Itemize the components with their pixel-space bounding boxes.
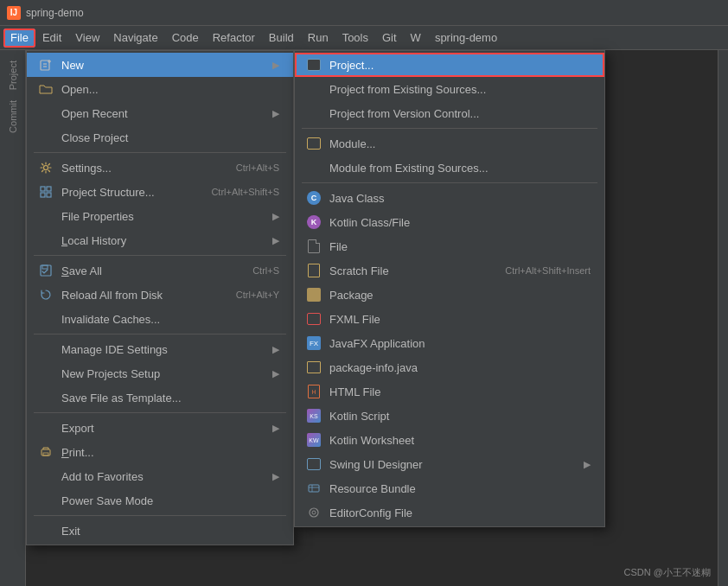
add-favorites-icon xyxy=(37,468,54,485)
new-icon xyxy=(37,56,54,73)
local-history-arrow: ▶ xyxy=(272,235,279,246)
title-text: spring-demo xyxy=(26,7,84,19)
new-projects-setup-arrow: ▶ xyxy=(272,368,279,379)
new-menu-module-existing[interactable]: Module from Existing Sources... xyxy=(295,156,604,180)
javafx-icon: FX xyxy=(305,334,322,352)
local-history-icon xyxy=(37,232,54,249)
file-menu-new-projects-setup-label: New Projects Setup xyxy=(61,367,265,380)
module-existing-icon xyxy=(305,159,322,176)
file-menu-project-structure[interactable]: Project Structure... Ctrl+Alt+Shift+S xyxy=(27,180,293,204)
file-menu-invalidate-caches[interactable]: Invalidate Caches... xyxy=(27,307,293,331)
project-structure-shortcut: Ctrl+Alt+Shift+S xyxy=(211,187,279,197)
menu-edit[interactable]: Edit xyxy=(35,29,68,48)
editorconfig-icon xyxy=(305,504,322,521)
scratch-file-icon xyxy=(305,262,322,279)
new-menu-html[interactable]: H HTML File xyxy=(295,379,604,404)
swing-ui-icon xyxy=(305,455,322,473)
swing-ui-arrow: ▶ xyxy=(584,459,591,470)
new-menu-fxml[interactable]: FXML File xyxy=(295,307,604,331)
watermark: CSDN @小王不迷糊 xyxy=(624,566,711,579)
sidebar-project[interactable]: Project xyxy=(8,57,18,93)
menu-file[interactable]: File xyxy=(3,29,35,48)
new-menu-kotlin-worksheet[interactable]: KW Kotlin Worksheet xyxy=(295,428,604,452)
new-menu-file-label: File xyxy=(329,240,591,253)
svg-rect-14 xyxy=(309,485,319,492)
exit-icon xyxy=(37,522,54,539)
svg-rect-12 xyxy=(42,449,50,455)
file-menu-open-recent[interactable]: Open Recent ▶ xyxy=(27,101,293,125)
file-menu-open[interactable]: Open... xyxy=(27,77,293,101)
file-menu-exit[interactable]: Exit xyxy=(27,519,293,543)
menu-refactor[interactable]: Refactor xyxy=(206,29,262,48)
svg-point-18 xyxy=(312,511,316,514)
new-menu-resource-bundle[interactable]: Resource Bundle xyxy=(295,476,604,500)
file-menu-local-history[interactable]: Local History ▶ xyxy=(27,228,293,252)
open-recent-icon xyxy=(37,105,54,122)
file-menu-power-save[interactable]: Power Save Mode xyxy=(27,488,293,513)
fxml-icon xyxy=(305,310,322,328)
file-menu-reload-label: Reload All from Disk xyxy=(61,289,222,302)
new-menu-file[interactable]: File xyxy=(295,234,604,258)
new-menu-package-info[interactable]: package-info.java xyxy=(295,355,604,379)
file-dropdown-menu: New ▶ Open... Open Recent ▶ xyxy=(26,50,294,545)
kotlin-class-icon: K xyxy=(305,213,322,231)
new-menu-editorconfig[interactable]: EditorConfig File xyxy=(295,500,604,525)
svg-rect-6 xyxy=(41,187,45,191)
new-menu-kotlin-class-label: Kotlin Class/File xyxy=(329,216,591,229)
file-menu-new[interactable]: New ▶ xyxy=(27,53,293,77)
menu-git[interactable]: Git xyxy=(375,29,404,48)
new-separator-1 xyxy=(302,128,597,129)
new-menu-kotlin-script-label: Kotlin Script xyxy=(329,410,591,423)
menu-run[interactable]: Run xyxy=(301,29,335,48)
file-menu-manage-ide[interactable]: Manage IDE Settings ▶ xyxy=(27,337,293,361)
new-projects-setup-icon xyxy=(37,365,54,382)
file-menu-close-project[interactable]: Close Project xyxy=(27,125,293,150)
settings-shortcut: Ctrl+Alt+S xyxy=(236,162,279,173)
file-menu-add-favorites[interactable]: Add to Favorites ▶ xyxy=(27,464,293,488)
file-properties-icon xyxy=(37,207,54,225)
new-menu-kotlin-script[interactable]: KS Kotlin Script xyxy=(295,404,604,428)
new-menu-project-existing-label: Project from Existing Sources... xyxy=(329,83,591,96)
new-menu-project-label: Project... xyxy=(329,59,591,72)
menu-code[interactable]: Code xyxy=(165,29,206,48)
new-menu-javafx-label: JavaFX Application xyxy=(329,337,591,350)
file-menu-new-projects-setup[interactable]: New Projects Setup ▶ xyxy=(27,361,293,385)
file-menu-reload[interactable]: Reload All from Disk Ctrl+Alt+Y xyxy=(27,283,293,307)
file-menu-settings[interactable]: Settings... Ctrl+Alt+S xyxy=(27,156,293,180)
file-menu-save-template[interactable]: Save File as Template... xyxy=(27,385,293,410)
file-menu-save-all[interactable]: Save All Ctrl+S xyxy=(27,258,293,283)
file-menu-file-properties[interactable]: File Properties ▶ xyxy=(27,204,293,228)
menu-w[interactable]: W xyxy=(404,29,428,48)
new-menu-javafx[interactable]: FX JavaFX Application xyxy=(295,331,604,355)
project-existing-icon xyxy=(305,80,322,98)
new-menu-package[interactable]: Package xyxy=(295,283,604,307)
new-menu-java-class[interactable]: C Java Class xyxy=(295,186,604,210)
new-menu-project-vcs[interactable]: Project from Version Control... xyxy=(295,101,604,125)
file-menu-power-save-label: Power Save Mode xyxy=(61,494,279,507)
new-menu-module-existing-label: Module from Existing Sources... xyxy=(329,162,591,175)
file-menu-open-recent-label: Open Recent xyxy=(61,107,265,120)
new-menu-kotlin-class[interactable]: K Kotlin Class/File xyxy=(295,210,604,234)
menu-bar: File Edit View Navigate Code Refactor Bu… xyxy=(0,26,728,50)
project-vcs-icon xyxy=(305,105,322,122)
file-properties-arrow: ▶ xyxy=(272,211,279,222)
java-class-icon: C xyxy=(305,189,322,207)
file-icon xyxy=(305,238,322,255)
menu-tools[interactable]: Tools xyxy=(335,29,375,48)
new-menu-scratch-file[interactable]: Scratch File Ctrl+Alt+Shift+Insert xyxy=(295,258,604,283)
save-all-icon xyxy=(37,262,54,279)
new-menu-project-existing[interactable]: Project from Existing Sources... xyxy=(295,77,604,101)
file-menu-print[interactable]: Print... xyxy=(27,440,293,464)
file-menu-export-label: Export xyxy=(61,422,265,435)
new-menu-swing-ui[interactable]: Swing UI Designer ▶ xyxy=(295,452,604,476)
menu-view[interactable]: View xyxy=(68,29,106,48)
menu-navigate[interactable]: Navigate xyxy=(106,29,164,48)
svg-rect-11 xyxy=(42,265,48,269)
new-menu-module[interactable]: Module... xyxy=(295,131,604,156)
file-menu-export[interactable]: Export ▶ xyxy=(27,416,293,440)
menu-project-name[interactable]: spring-demo xyxy=(428,29,504,48)
sidebar-commit[interactable]: Commit xyxy=(8,97,18,137)
file-menu-close-project-label: Close Project xyxy=(61,131,279,144)
menu-build[interactable]: Build xyxy=(262,29,301,48)
new-menu-project[interactable]: Project... xyxy=(295,53,604,77)
